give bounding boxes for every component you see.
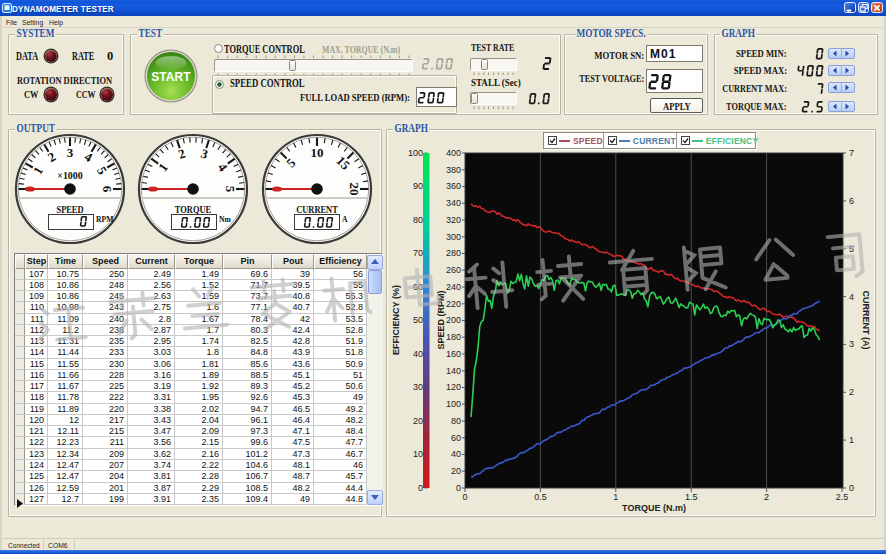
svg-text:300: 300 [446, 232, 461, 242]
svg-text:20: 20 [413, 416, 423, 426]
svg-text:50: 50 [413, 315, 423, 325]
svg-text:80: 80 [451, 416, 461, 426]
svg-text:400: 400 [446, 148, 461, 158]
svg-text:360: 360 [446, 181, 461, 191]
svg-text:3: 3 [849, 339, 854, 349]
svg-text:90: 90 [413, 181, 423, 191]
svg-text:4: 4 [849, 292, 854, 302]
svg-text:70: 70 [413, 248, 423, 258]
svg-text:260: 260 [446, 265, 461, 275]
svg-text:380: 380 [446, 165, 461, 175]
svg-text:40: 40 [413, 349, 423, 359]
svg-text:10: 10 [413, 449, 423, 459]
svg-text:320: 320 [446, 215, 461, 225]
svg-text:2: 2 [849, 387, 854, 397]
svg-text:5: 5 [849, 244, 854, 254]
svg-text:0: 0 [418, 483, 423, 493]
svg-text:TORQUE (N.m): TORQUE (N.m) [622, 503, 686, 513]
svg-text:0.5: 0.5 [534, 492, 547, 502]
svg-text:30: 30 [413, 382, 423, 392]
svg-text:7: 7 [849, 148, 854, 158]
svg-text:2.5: 2.5 [836, 492, 849, 502]
svg-text:60: 60 [451, 433, 461, 443]
svg-text:20: 20 [451, 466, 461, 476]
svg-text:100: 100 [408, 148, 423, 158]
svg-text:240: 240 [446, 282, 461, 292]
svg-text:SPEED (RPM): SPEED (RPM) [436, 290, 446, 349]
svg-text:180: 180 [446, 332, 461, 342]
svg-text:0: 0 [849, 483, 854, 493]
svg-text:120: 120 [446, 382, 461, 392]
svg-text:2: 2 [764, 492, 769, 502]
svg-text:100: 100 [446, 399, 461, 409]
svg-text:40: 40 [451, 449, 461, 459]
svg-text:340: 340 [446, 198, 461, 208]
svg-text:1.5: 1.5 [685, 492, 698, 502]
svg-text:6: 6 [849, 196, 854, 206]
svg-text:280: 280 [446, 248, 461, 258]
svg-text:CURRENT (A): CURRENT (A) [861, 291, 871, 350]
svg-text:220: 220 [446, 299, 461, 309]
svg-text:60: 60 [413, 282, 423, 292]
svg-text:140: 140 [446, 366, 461, 376]
svg-text:1: 1 [849, 435, 854, 445]
svg-text:EFFICIENCY (%): EFFICIENCY (%) [391, 285, 401, 355]
svg-text:80: 80 [413, 215, 423, 225]
svg-text:160: 160 [446, 349, 461, 359]
svg-text:1: 1 [613, 492, 618, 502]
svg-text:0: 0 [462, 492, 467, 502]
svg-text:0: 0 [456, 483, 461, 493]
svg-text:200: 200 [446, 315, 461, 325]
